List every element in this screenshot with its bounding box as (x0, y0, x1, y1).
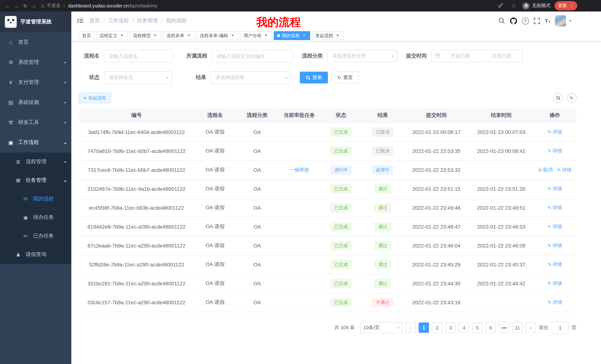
close-icon[interactable]: × (119, 33, 124, 38)
reset-button[interactable]: ↻ 重置 (331, 72, 359, 84)
sidebar-item-10[interactable]: ✂已办任务 (0, 227, 71, 245)
next-page-button[interactable]: › (526, 322, 536, 333)
sidebar-item-label: 请假查询 (26, 251, 66, 258)
sidebar-item-1[interactable]: ⚙系统管理▾ (0, 52, 71, 72)
process-name-input[interactable] (104, 50, 173, 62)
category-select[interactable]: 请选择流程分类 ▾ (327, 50, 397, 62)
page-size-select[interactable]: 10条/页 ▾ (360, 322, 402, 333)
incognito-profile-chip[interactable]: 无痕模式 (522, 2, 551, 10)
avatar-caret-icon[interactable]: ▾ (570, 19, 571, 23)
sidebar-logo[interactable]: 芋道管理系统 (0, 11, 71, 32)
navbar-actions: ? TT ▾ (499, 15, 571, 26)
close-icon[interactable]: × (263, 33, 269, 38)
search-icon[interactable] (499, 18, 505, 24)
tools-icon: ⚒ (7, 119, 14, 125)
sidebar-item-9[interactable]: ◉待办任务 (0, 208, 71, 227)
sidebar-item-8[interactable]: ✉我的流程 (0, 190, 71, 208)
process-definition-input[interactable] (212, 50, 293, 62)
browser-menu-icon[interactable]: ⋮ (570, 3, 574, 8)
detail-link[interactable]: ✎详情 (548, 242, 562, 249)
detail-link[interactable]: ✎详情 (548, 223, 562, 230)
current-task-link[interactable]: 一级审批 (290, 167, 309, 172)
start-date-placeholder[interactable]: 开始日期 (443, 53, 478, 59)
github-icon[interactable] (510, 17, 517, 24)
sidebar-item-5[interactable]: ▣工作流程▴ (0, 133, 71, 153)
address-bar[interactable]: ⚠ 不安全 dashboard.yudao.iocoder.cn/bpm/tas… (41, 3, 496, 9)
font-size-icon[interactable]: TT (545, 18, 550, 24)
refresh-button[interactable]: ↻ (567, 93, 576, 103)
tab-0[interactable]: 首页 (79, 31, 94, 40)
detail-link[interactable]: ✎详情 (548, 185, 562, 192)
avatar[interactable] (555, 15, 566, 26)
close-icon[interactable]: × (302, 33, 307, 38)
url-text[interactable]: dashboard.yudao.iocoder.cn/bpm/task/my (68, 3, 158, 9)
end-date-placeholder[interactable]: 结束日期 (484, 53, 519, 59)
detail-link[interactable]: ✎详情 (548, 280, 562, 287)
detail-link[interactable]: ✎详情 (557, 167, 572, 173)
breadcrumb-item[interactable]: 工作流程 (108, 18, 129, 24)
browser-back-icon[interactable]: ← (3, 3, 12, 9)
column-header: 流程分类 (236, 108, 279, 123)
breadcrumb-item[interactable]: 首页 (90, 18, 100, 24)
tab-5[interactable]: 用户分组× (240, 31, 272, 40)
close-icon[interactable]: × (186, 33, 191, 38)
page-button-6[interactable]: 6 (485, 322, 496, 333)
tab-label: 流程表单-编辑 (200, 32, 228, 39)
page-button-5[interactable]: 5 (472, 322, 482, 333)
sidebar-item-11[interactable]: ♟请假查询 (0, 245, 71, 264)
page-button-3[interactable]: 3 (445, 322, 456, 333)
sidebar-item-2[interactable]: ¥支付管理▾ (0, 72, 71, 92)
status-select[interactable]: 请选择状态 ▾ (104, 71, 172, 84)
page-ellipsis[interactable]: ••• (499, 322, 509, 333)
sidebar-item-4[interactable]: ⚒研发工具▾ (0, 112, 71, 133)
result-tag: 通过 (375, 260, 391, 269)
update-button[interactable]: 更新 ⋮ (555, 1, 577, 10)
browser-forward-icon[interactable]: → (12, 3, 21, 9)
fullscreen-icon[interactable] (534, 18, 540, 24)
tab-1[interactable]: 流程定义× (96, 31, 128, 40)
jump-page-input[interactable] (551, 322, 569, 334)
toggle-search-button[interactable] (553, 93, 563, 103)
close-icon[interactable]: × (153, 33, 158, 38)
bookmark-star-icon[interactable]: ☆ (509, 3, 518, 9)
create-process-button[interactable]: + 发起流程 (79, 93, 111, 103)
close-icon[interactable]: × (230, 33, 235, 38)
tab-6[interactable]: 我的流程× (274, 31, 310, 40)
detail-link[interactable]: ✎详情 (548, 129, 562, 135)
password-key-icon[interactable] (496, 2, 505, 9)
close-icon[interactable]: × (335, 33, 340, 38)
status-tag: 已完成 (331, 147, 351, 155)
date-range-picker[interactable]: 开始日期 - 结束日期 (431, 50, 523, 62)
security-label[interactable]: 不安全 (47, 3, 61, 9)
tab-2[interactable]: 流程模型× (130, 31, 161, 40)
reset-button-label: 重置 (343, 74, 353, 81)
detail-link[interactable]: ✎详情 (548, 148, 562, 154)
tab-4[interactable]: 流程表单-编辑× (197, 31, 239, 40)
browser-reload-icon[interactable]: ↻ (21, 3, 30, 9)
tab-3[interactable]: 流程表单× (163, 31, 195, 40)
page-button-1[interactable]: 1 (419, 322, 429, 333)
sidebar-item-6[interactable]: ≣流程管理▾ (0, 153, 71, 171)
hamburger-icon[interactable] (77, 18, 84, 24)
sidebar-item-0[interactable]: ⌂首页 (0, 32, 71, 52)
page-button-4[interactable]: 4 (459, 322, 469, 333)
tab-7[interactable]: 发起流程× (312, 31, 344, 40)
page-button-11[interactable]: 11 (512, 322, 523, 333)
detail-link[interactable]: ✎详情 (548, 204, 562, 211)
cell-status: 已完成 (320, 236, 362, 255)
cell-result: 通过 (362, 198, 404, 217)
search-button[interactable]: 搜索 (300, 72, 328, 84)
prev-page-button[interactable]: ‹ (405, 322, 416, 333)
help-icon[interactable]: ? (522, 17, 529, 24)
page-buttons: 123456•••11 (419, 322, 523, 333)
page-button-2[interactable]: 2 (432, 322, 442, 333)
cancel-link[interactable]: ⊘取消 (538, 167, 552, 173)
breadcrumb-item[interactable]: 任务管理 (137, 18, 158, 24)
detail-link[interactable]: ✎详情 (548, 299, 562, 306)
sidebar-item-3[interactable]: ▤基础设施▾ (0, 92, 71, 112)
search-icon (556, 96, 561, 100)
detail-link[interactable]: ✎详情 (548, 261, 562, 268)
result-select[interactable]: 请选择流结果 ▾ (210, 71, 291, 84)
browser-home-icon[interactable]: ⌂ (30, 3, 39, 9)
sidebar-item-7[interactable]: ⊞任务管理▴ (0, 171, 71, 190)
